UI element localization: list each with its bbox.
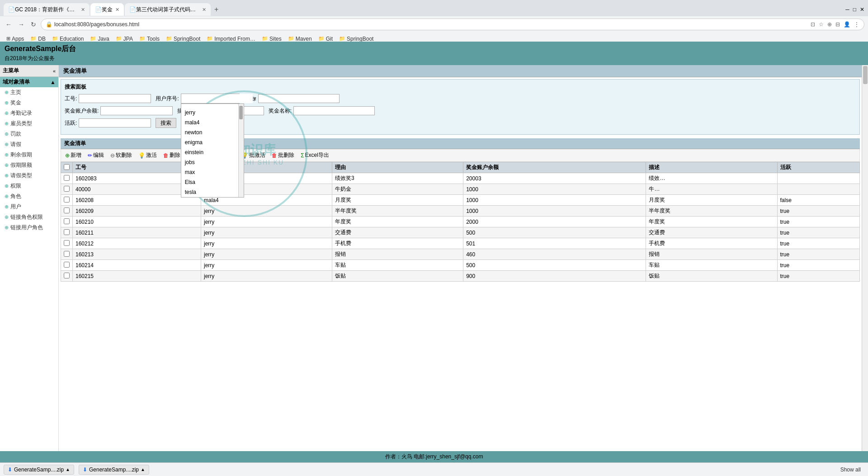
browser-tab-2[interactable]: 📄 奖金 ✕	[90, 3, 124, 16]
row-checkbox-cell	[61, 217, 73, 227]
sidebar-item-leave-type[interactable]: ⊕ 请假类型	[0, 170, 58, 181]
select-all-checkbox[interactable]	[64, 164, 70, 170]
row-checkbox-6[interactable]	[64, 240, 70, 246]
row-checkbox-3[interactable]	[64, 207, 70, 213]
dropdown-option-jerry[interactable]: jerry	[181, 108, 244, 118]
extension-icon[interactable]: ⊕	[827, 21, 832, 28]
row-reason-6: 手机费	[332, 238, 463, 249]
new-tab-button[interactable]: +	[212, 5, 221, 14]
dropdown-option-newton[interactable]: newton	[181, 127, 244, 137]
row-desc-6: 手机费	[646, 238, 777, 249]
add-button[interactable]: ⊕ 新增	[63, 151, 84, 160]
row-checkbox-7[interactable]	[64, 251, 70, 257]
download-item-2[interactable]: ⬇ GenerateSamp....zip ▲	[79, 465, 149, 475]
excel-export-button[interactable]: Σ Excel导出	[298, 151, 331, 160]
active-label: 活跃:	[65, 119, 77, 127]
star-icon[interactable]: ☆	[819, 21, 824, 28]
row-active-6: true	[777, 238, 859, 249]
sidebar-header[interactable]: 主菜单 «	[0, 65, 58, 77]
row-reason-1: 牛奶金	[332, 184, 463, 195]
sidebar-item-user[interactable]: ⊕ 用户	[0, 202, 58, 212]
dropdown-option-jobs[interactable]: jobs	[181, 157, 244, 167]
add-icon: ⊕	[65, 152, 70, 159]
row-amount-9: 900	[463, 271, 646, 282]
sidebar-item-attendance[interactable]: ⊕ 考勤记录	[0, 108, 58, 118]
reason-input[interactable]	[258, 94, 340, 103]
sidebar-item-penalty[interactable]: ⊕ 罚款	[0, 129, 58, 139]
tab1-close-icon[interactable]: ✕	[81, 7, 85, 13]
userseq-input[interactable]	[181, 94, 253, 103]
row-checkbox-cell	[61, 195, 73, 206]
empid-input[interactable]	[79, 94, 151, 103]
row-checkbox-5[interactable]	[64, 229, 70, 235]
sidebar-item-employee-type[interactable]: ⊕ 雇员类型	[0, 118, 58, 129]
back-button[interactable]: ←	[4, 20, 14, 29]
activate-button[interactable]: 💡 激活	[136, 151, 159, 160]
reload-button[interactable]: ↻	[29, 20, 38, 29]
row-checkbox-1[interactable]	[64, 186, 70, 192]
maximize-icon[interactable]: □	[853, 6, 856, 13]
row-desc-0: 绩效…	[646, 173, 777, 184]
active-input[interactable]	[79, 118, 151, 127]
delete-icon: 🗑	[163, 152, 169, 159]
tab3-close-icon[interactable]: ✕	[202, 7, 206, 13]
dropdown-option-mala4[interactable]: mala4	[181, 118, 244, 127]
select-all-header[interactable]	[61, 162, 73, 173]
forward-button[interactable]: →	[16, 20, 26, 29]
main-scrollbar[interactable]	[862, 65, 868, 451]
userseq-select[interactable]: ▼	[181, 94, 240, 104]
batch-delete2-button[interactable]: 🗑 批删除	[269, 151, 297, 160]
plus-circle-icon-attendance: ⊕	[5, 110, 9, 116]
dropdown-option-einstein[interactable]: einstein	[181, 147, 244, 157]
row-checkbox-9[interactable]	[64, 273, 70, 278]
sidebar-item-home-label: 主页	[10, 89, 21, 96]
cast-icon[interactable]: ⊡	[811, 21, 815, 28]
sidebar-item-remaining-leave[interactable]: ⊕ 剩余假期	[0, 150, 58, 160]
browser-tab-1[interactable]: 📄 GC 2018：育碧新作《纪元… ✕	[4, 3, 90, 16]
download-item-1[interactable]: ⬇ GenerateSamp....zip ▲	[4, 465, 74, 475]
row-checkbox-2[interactable]	[64, 197, 70, 203]
row-checkbox-8[interactable]	[64, 262, 70, 268]
tab3-icon: 📄	[129, 6, 136, 13]
sidebar-item-leave[interactable]: ⊕ 请假	[0, 139, 58, 150]
soft-delete-button[interactable]: ⊖ 软删除	[108, 151, 134, 160]
folder-icon-springboot1: 📁	[166, 36, 172, 42]
sidebar-item-bonus[interactable]: ⊕ 奖金	[0, 98, 58, 108]
dropdown-option-tesla[interactable]: tesla	[181, 187, 244, 197]
table-row: 160214 jerry 车贴 500 车贴 true	[61, 260, 860, 271]
address-bar[interactable]: 🔒 localhost:8080/pages/bonuses.html ⊡ ☆ …	[41, 19, 864, 30]
sidebar-item-leave-quota[interactable]: ⊕ 假期限额	[0, 160, 58, 170]
sidebar-item-permissions[interactable]: ⊕ 权限	[0, 181, 58, 191]
edit-icon: ✏	[88, 152, 92, 159]
plus-circle-icon-home: ⊕	[5, 90, 9, 95]
dropdown-option-max[interactable]: max	[181, 167, 244, 177]
download-expand-icon-2[interactable]: ▲	[141, 467, 145, 472]
dropdown-option-elsa[interactable]: Elsa	[181, 177, 244, 187]
balance-input[interactable]	[100, 106, 173, 115]
profile-icon[interactable]: 👤	[844, 21, 850, 28]
filter-icon[interactable]: ⊟	[835, 21, 840, 28]
show-all-button[interactable]: Show all	[837, 466, 864, 474]
bookmark-springboot2-label: SpringBoot	[347, 36, 373, 42]
folder-icon-git: 📁	[318, 36, 325, 42]
edit-button[interactable]: ✏ 编辑	[85, 151, 106, 160]
menu-icon[interactable]: ⋮	[854, 21, 859, 28]
sidebar-item-role[interactable]: ⊕ 角色	[0, 191, 58, 202]
dropdown-option-empty[interactable]	[181, 104, 244, 108]
close-window-icon[interactable]: ✕	[860, 6, 864, 13]
download-expand-icon-1[interactable]: ▲	[66, 467, 70, 472]
row-checkbox-0[interactable]	[64, 175, 70, 181]
minimize-icon[interactable]: ─	[845, 6, 849, 13]
row-checkbox-4[interactable]	[64, 218, 70, 224]
bonusname-input[interactable]	[293, 106, 375, 115]
sidebar-item-link-role-perms[interactable]: ⊕ 链接角色权限	[0, 212, 58, 222]
dropdown-option-enigma[interactable]: enigma	[181, 137, 244, 147]
sidebar-section-domain[interactable]: 域对象清单 ▲	[0, 77, 58, 87]
browser-tab-3[interactable]: 📄 第三代动词算子式代码生… ✕	[125, 3, 211, 16]
sidebar-collapse-icon[interactable]: «	[53, 68, 56, 74]
search-button[interactable]: 搜索	[156, 118, 176, 128]
delete-button[interactable]: 🗑 删除	[161, 151, 183, 160]
tab2-close-icon[interactable]: ✕	[115, 7, 119, 13]
sidebar-item-link-user-role[interactable]: ⊕ 链接用户角色	[0, 222, 58, 233]
sidebar-item-home[interactable]: ⊕ 主页	[0, 87, 58, 98]
